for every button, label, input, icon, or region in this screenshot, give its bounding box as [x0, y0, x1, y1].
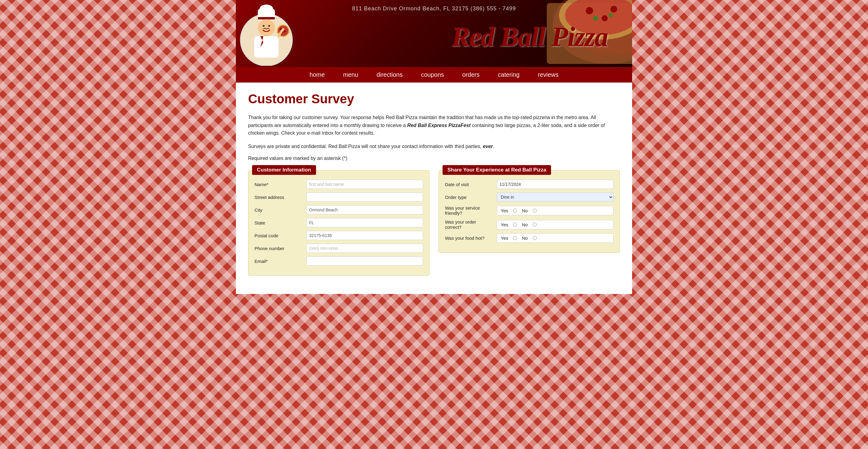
chef-mascot: [236, 0, 297, 67]
phone-label: Phone number: [254, 246, 303, 251]
street-label: Street address: [254, 195, 303, 200]
intro-paragraph-2: Surveys are private and confidential. Re…: [248, 142, 614, 151]
service-friendly-no-radio[interactable]: [533, 209, 537, 213]
customer-info-section: Customer Information Name* Street addres…: [248, 170, 429, 276]
svg-point-5: [258, 19, 275, 36]
order-correct-row: Was your order correct? Yes No: [445, 219, 614, 230]
service-friendly-row: Was your service friendly? Yes No: [445, 205, 614, 216]
order-correct-label: Was your order correct?: [445, 219, 494, 230]
street-input[interactable]: [306, 193, 423, 202]
svg-rect-8: [254, 36, 279, 58]
street-row: Street address: [254, 193, 423, 202]
nav-directions[interactable]: directions: [377, 71, 403, 78]
name-label: Name*: [254, 182, 303, 187]
service-friendly-yesno: Yes No: [497, 206, 614, 215]
phone-input[interactable]: [306, 244, 423, 253]
order-correct-no-radio[interactable]: [533, 223, 537, 227]
page-title: Customer Survey: [248, 92, 620, 106]
phone-row: Phone number: [254, 244, 423, 253]
svg-point-24: [609, 13, 613, 18]
italic-ever: ever: [483, 144, 493, 149]
form-sections: Customer Information Name* Street addres…: [248, 170, 620, 276]
nav-reviews[interactable]: reviews: [538, 71, 559, 78]
postal-row: Postal code: [254, 231, 423, 240]
date-input[interactable]: [497, 180, 614, 189]
service-yes-label: Yes: [501, 208, 508, 213]
email-input[interactable]: [306, 256, 423, 266]
svg-point-6: [263, 25, 265, 27]
name-input[interactable]: [306, 180, 423, 189]
food-hot-yes-radio[interactable]: [513, 236, 517, 240]
site-header: 811 Beach Drive Ormond Beach, FL 32175 (…: [236, 0, 632, 67]
service-friendly-yes-radio[interactable]: [513, 209, 517, 213]
food-hot-row: Was your food hot? Yes No: [445, 233, 614, 243]
nav-coupons[interactable]: coupons: [421, 71, 444, 78]
order-type-select[interactable]: Dine in Carry out Delivery: [497, 193, 614, 202]
nav-orders[interactable]: orders: [462, 71, 480, 78]
state-label: State: [254, 220, 303, 225]
svg-point-22: [611, 6, 617, 12]
date-row: Date of visit: [445, 180, 614, 189]
service-no-label: No: [522, 208, 528, 213]
experience-section-header: Share Your Experience at Red Ball Pizza: [442, 165, 551, 175]
email-row: Email*: [254, 256, 423, 266]
svg-point-23: [593, 16, 598, 21]
page-wrapper: 811 Beach Drive Ormond Beach, FL 32175 (…: [236, 0, 632, 294]
customer-section-header: Customer Information: [252, 165, 316, 175]
state-row: State: [254, 218, 423, 227]
food-hot-no-label: No: [522, 235, 528, 240]
italic-pizzafest: Red Ball Express PizzaFest: [407, 123, 471, 128]
city-label: City: [254, 207, 303, 213]
svg-point-21: [601, 15, 608, 21]
nav-home[interactable]: home: [310, 71, 325, 78]
service-friendly-label: Was your service friendly?: [445, 205, 494, 216]
main-content: Customer Survey Thank you for taking our…: [236, 83, 632, 294]
city-row: City: [254, 205, 423, 215]
order-correct-yes-radio[interactable]: [513, 223, 517, 227]
intro-paragraph-1: Thank you for taking our customer survey…: [248, 114, 614, 137]
date-label: Date of visit: [445, 182, 494, 187]
state-input[interactable]: [306, 218, 423, 227]
nav-menu[interactable]: menu: [343, 71, 359, 78]
site-nav: home menu directions coupons orders cate…: [236, 67, 632, 83]
order-type-label: Order type: [445, 195, 494, 200]
order-correct-no-label: No: [522, 222, 528, 227]
svg-point-3: [260, 5, 273, 13]
required-note: Required values are marked by an asteris…: [248, 156, 620, 161]
experience-form-content: Date of visit Order type Dine in Carry o…: [445, 180, 614, 243]
order-correct-yesno: Yes No: [497, 220, 614, 229]
experience-section: Share Your Experience at Red Ball Pizza …: [439, 170, 620, 253]
food-hot-yes-label: Yes: [501, 235, 508, 240]
food-hot-yesno: Yes No: [497, 233, 614, 243]
site-logo-text: Red Ball Pizza: [452, 21, 608, 53]
postal-label: Postal code: [254, 233, 303, 238]
order-correct-yes-label: Yes: [501, 222, 508, 227]
svg-point-13: [284, 30, 286, 32]
food-hot-label: Was your food hot?: [445, 235, 494, 240]
food-hot-no-radio[interactable]: [533, 236, 537, 240]
customer-form-content: Name* Street address City State: [254, 180, 423, 266]
nav-catering[interactable]: catering: [498, 71, 520, 78]
svg-point-20: [586, 7, 593, 14]
svg-point-7: [268, 25, 270, 27]
name-row: Name*: [254, 180, 423, 189]
city-input[interactable]: [306, 205, 423, 215]
order-type-row: Order type Dine in Carry out Delivery: [445, 193, 614, 202]
email-label: Email*: [254, 259, 303, 264]
svg-rect-4: [258, 17, 275, 20]
postal-input[interactable]: [306, 231, 423, 240]
